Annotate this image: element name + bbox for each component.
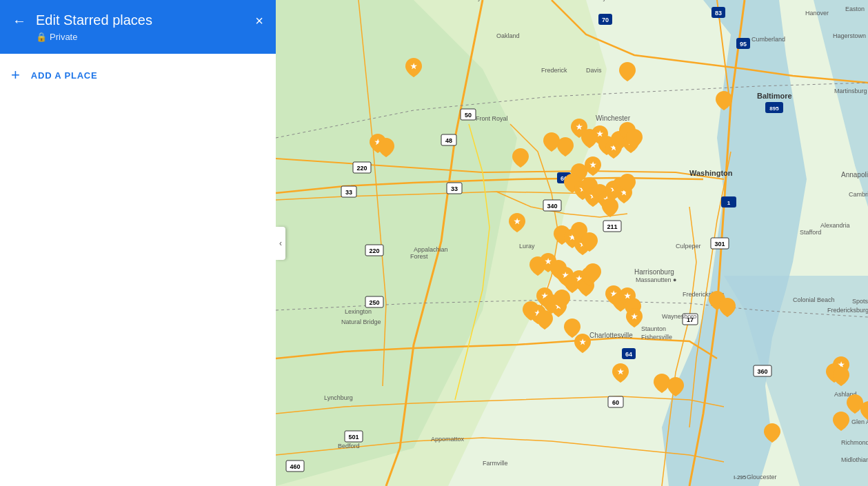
svg-text:★: ★: [514, 217, 521, 225]
header-privacy: 🔒 Private: [36, 32, 152, 42]
chevron-left-icon: ‹: [279, 239, 282, 248]
map-pin[interactable]: [585, 263, 601, 283]
add-icon: +: [11, 68, 20, 83]
svg-text:Midlothian: Midlothian: [841, 456, 868, 463]
svg-text:Oakland: Oakland: [496, 32, 520, 39]
svg-text:Davis: Davis: [586, 67, 602, 74]
map-pin[interactable]: [626, 129, 643, 148]
map-pin[interactable]: [557, 137, 574, 156]
svg-text:Frederick: Frederick: [541, 67, 567, 74]
map-pin[interactable]: [554, 290, 570, 309]
svg-text:33: 33: [345, 189, 352, 196]
svg-text:Appalachian: Appalachian: [414, 246, 448, 253]
map-pin[interactable]: [719, 298, 736, 317]
map-area[interactable]: ‹: [276, 0, 868, 486]
map-pin[interactable]: [833, 412, 849, 431]
svg-text:Cambridge: Cambridge: [849, 191, 868, 198]
back-button[interactable]: ←: [11, 12, 28, 29]
svg-text:211: 211: [607, 223, 617, 230]
svg-text:Stafford: Stafford: [800, 229, 821, 236]
svg-text:250: 250: [369, 299, 379, 306]
map-pin[interactable]: [581, 232, 598, 252]
svg-text:50: 50: [465, 112, 472, 119]
map-pin[interactable]: ★: [574, 334, 591, 353]
close-button[interactable]: ×: [254, 12, 265, 29]
svg-text:460: 460: [290, 463, 300, 470]
svg-text:83: 83: [715, 10, 722, 17]
svg-text:Luray: Luray: [519, 243, 535, 250]
svg-text:Massanutten ●: Massanutten ●: [636, 276, 676, 283]
svg-text:70: 70: [602, 17, 609, 23]
svg-text:Easton: Easton: [845, 6, 865, 12]
svg-text:Waynesboro: Waynesboro: [662, 313, 696, 320]
svg-text:Richmond: Richmond: [841, 439, 868, 446]
svg-text:1: 1: [727, 200, 731, 206]
svg-text:220: 220: [369, 247, 379, 254]
svg-text:Fishersville: Fishersville: [641, 334, 672, 341]
svg-text:340: 340: [547, 203, 557, 210]
svg-text:895: 895: [769, 105, 779, 112]
svg-text:Lynchburg: Lynchburg: [324, 394, 353, 401]
svg-text:★: ★: [617, 367, 625, 376]
svg-text:Alexandria: Alexandria: [820, 222, 850, 229]
svg-text:60: 60: [612, 399, 619, 406]
svg-text:Natural Bridge: Natural Bridge: [341, 318, 381, 325]
map-pin[interactable]: [619, 174, 636, 193]
lock-icon: 🔒: [36, 32, 47, 42]
svg-text:Martinsburg: Martinsburg: [834, 88, 867, 94]
svg-text:220: 220: [356, 165, 367, 172]
add-place-label: ADD A PLACE: [31, 70, 98, 81]
svg-text:Annapolis: Annapolis: [841, 171, 868, 179]
map-pin[interactable]: [378, 138, 394, 157]
svg-text:33: 33: [451, 185, 458, 192]
svg-text:Charlottesville: Charlottesville: [589, 332, 633, 339]
svg-text:Culpeper: Culpeper: [676, 243, 701, 250]
svg-text:Washington: Washington: [689, 169, 733, 177]
map-pin[interactable]: [833, 367, 849, 386]
svg-text:Winchester: Winchester: [596, 114, 631, 122]
svg-text:Spotsylvania: Spotsylvania: [852, 298, 868, 305]
map-pin[interactable]: [512, 148, 529, 168]
svg-text:301: 301: [714, 241, 725, 247]
svg-text:360: 360: [757, 368, 767, 375]
svg-text:Staunton: Staunton: [641, 325, 666, 332]
map-pin[interactable]: [764, 423, 780, 443]
svg-text:Farmville: Farmville: [483, 460, 508, 467]
svg-text:Forest: Forest: [410, 253, 428, 260]
map-pin[interactable]: ★: [509, 213, 525, 232]
svg-text:Harrisonburg: Harrisonburg: [634, 268, 674, 276]
svg-text:48: 48: [445, 137, 452, 144]
svg-text:Hagerstown: Hagerstown: [833, 32, 866, 39]
svg-text:Gloucester: Gloucester: [747, 474, 777, 480]
svg-text:501: 501: [348, 434, 359, 441]
svg-text:Baltimore: Baltimore: [757, 92, 792, 100]
sidebar: ← Edit Starred places 🔒 Private × + ADD …: [0, 0, 276, 486]
map-pin[interactable]: [619, 62, 636, 81]
map-pin[interactable]: [536, 310, 553, 330]
add-place-button[interactable]: + ADD A PLACE: [0, 54, 276, 97]
map-pin[interactable]: [716, 91, 732, 110]
svg-text:★: ★: [579, 338, 587, 346]
map-pin[interactable]: ★: [405, 58, 422, 77]
svg-text:★: ★: [589, 161, 597, 169]
svg-text:64: 64: [625, 351, 632, 358]
collapse-handle[interactable]: ‹: [276, 227, 285, 260]
header-title-group: Edit Starred places 🔒 Private: [36, 11, 152, 42]
svg-text:Colonial Beach: Colonial Beach: [793, 296, 835, 303]
page-title: Edit Starred places: [36, 11, 152, 29]
svg-text:Fredericksburg: Fredericksburg: [827, 307, 868, 314]
header-left: ← Edit Starred places 🔒 Private: [11, 11, 152, 42]
svg-text:Appomattox: Appomattox: [431, 436, 465, 443]
sidebar-header: ← Edit Starred places 🔒 Private ×: [0, 0, 276, 54]
svg-text:Bedford: Bedford: [338, 443, 360, 449]
svg-text:Lexington: Lexington: [345, 308, 372, 315]
svg-text:★: ★: [410, 62, 418, 70]
privacy-label: Private: [50, 32, 77, 42]
map-pin[interactable]: ★: [612, 363, 629, 383]
map-pin[interactable]: [667, 377, 684, 396]
svg-text:Hanover: Hanover: [805, 10, 829, 17]
svg-text:I-295: I-295: [734, 474, 747, 480]
map-pin[interactable]: ★: [626, 308, 643, 327]
svg-text:★: ★: [631, 312, 638, 321]
svg-text:Front Royal: Front Royal: [476, 115, 508, 122]
